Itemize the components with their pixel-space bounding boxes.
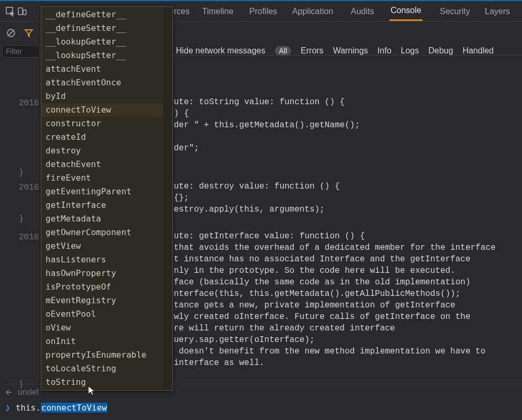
autocomplete-item[interactable]: oEventPool	[41, 307, 163, 321]
autocomplete-item[interactable]: createId	[41, 130, 163, 144]
filter-icon[interactable]	[24, 28, 34, 38]
autocomplete-item[interactable]: connectToView	[41, 103, 163, 117]
tab-sources[interactable]: rces	[173, 3, 191, 20]
level-debug[interactable]: Debug	[428, 46, 453, 56]
tab-profiles[interactable]: Profiles	[248, 3, 278, 20]
clear-console-icon[interactable]	[6, 28, 16, 38]
select-element-icon[interactable]	[5, 6, 16, 17]
svg-rect-2	[23, 10, 26, 15]
autocomplete-item[interactable]: __lookupSetter__	[41, 49, 163, 62]
autocomplete-item[interactable]: byId	[41, 90, 163, 103]
brace: }	[19, 167, 24, 178]
prompt-text[interactable]: this.connectToView	[16, 403, 107, 413]
autocomplete-item[interactable]: attachEventOnce	[41, 76, 163, 90]
timestamp: 2016-	[19, 182, 44, 193]
code-block-1: ute: toString value: function () { ) { d…	[174, 96, 360, 154]
svg-line-4	[8, 30, 14, 36]
svg-rect-1	[18, 8, 23, 15]
hide-network-label[interactable]: Hide network messages	[176, 46, 265, 56]
console-prompt[interactable]: ❯ this.connectToView	[5, 403, 107, 413]
autocomplete-item[interactable]: getMetadata	[41, 212, 163, 226]
level-logs[interactable]: Logs	[401, 46, 419, 56]
autocomplete-item[interactable]: toLocaleString	[41, 362, 163, 375]
autocomplete-item[interactable]: isPrototypeOf	[41, 280, 163, 294]
autocomplete-item[interactable]: getEventingParent	[41, 185, 163, 198]
autocomplete-item[interactable]: __defineGetter__	[41, 8, 163, 21]
code-block-2: ute: destroy value: function () { {}; es…	[174, 181, 340, 215]
autocomplete-item[interactable]: __defineSetter__	[41, 21, 163, 35]
return-value: undef	[18, 388, 39, 397]
autocomplete-item[interactable]: attachEvent	[41, 62, 163, 76]
autocomplete-item[interactable]: detachEvent	[41, 158, 163, 171]
level-errors[interactable]: Errors	[301, 46, 324, 56]
autocomplete-item[interactable]: getOwnerComponent	[41, 226, 163, 239]
tab-security[interactable]: Security	[439, 3, 471, 20]
level-all[interactable]: All	[275, 46, 292, 56]
tab-application[interactable]: Application	[291, 3, 334, 20]
timestamp: 2016-	[19, 97, 44, 109]
level-handled[interactable]: Handled	[462, 46, 494, 56]
autocomplete-popup[interactable]: __defineGetter____defineSetter____lookup…	[41, 6, 173, 391]
gutter: 2016- } 2016- } 2016- }	[0, 56, 43, 420]
tab-layers[interactable]: Layers	[484, 3, 511, 20]
autocomplete-item[interactable]: destroy	[41, 144, 163, 158]
autocomplete-item[interactable]: __lookupGetter__	[41, 35, 163, 49]
autocomplete-item[interactable]: fireEvent	[41, 171, 163, 185]
prompt-caret-icon: ❯	[5, 403, 10, 413]
autocomplete-item[interactable]: toString	[41, 375, 163, 389]
return-arrow-icon	[5, 389, 13, 396]
autocomplete-item[interactable]: getView	[41, 239, 163, 253]
autocomplete-item[interactable]: propertyIsEnumerable	[41, 348, 163, 362]
tab-audits[interactable]: Audits	[350, 3, 375, 20]
toggle-device-icon[interactable]	[18, 7, 27, 16]
mouse-cursor-icon	[88, 386, 95, 395]
tab-timeline[interactable]: Timeline	[201, 3, 235, 20]
inspect-group	[5, 6, 27, 17]
autocomplete-item[interactable]: onInit	[41, 335, 163, 348]
autocomplete-item[interactable]: oView	[41, 321, 163, 335]
autocomplete-item[interactable]: hasOwnProperty	[41, 267, 163, 280]
level-info[interactable]: Info	[377, 46, 392, 56]
prompt-selection: connectToView	[41, 403, 107, 413]
autocomplete-item[interactable]: constructor	[41, 117, 163, 130]
level-warnings[interactable]: Warnings	[333, 46, 368, 56]
brace: }	[19, 213, 24, 224]
autocomplete-item[interactable]: hasListeners	[41, 253, 163, 267]
autocomplete-item[interactable]: getInterface	[41, 198, 163, 212]
code-block-3: ute: getInterface value: function () { t…	[174, 230, 496, 369]
autocomplete-item[interactable]: mEventRegistry	[41, 294, 163, 307]
timestamp: 2016-	[19, 231, 44, 243]
tab-console[interactable]: Console	[390, 2, 423, 21]
